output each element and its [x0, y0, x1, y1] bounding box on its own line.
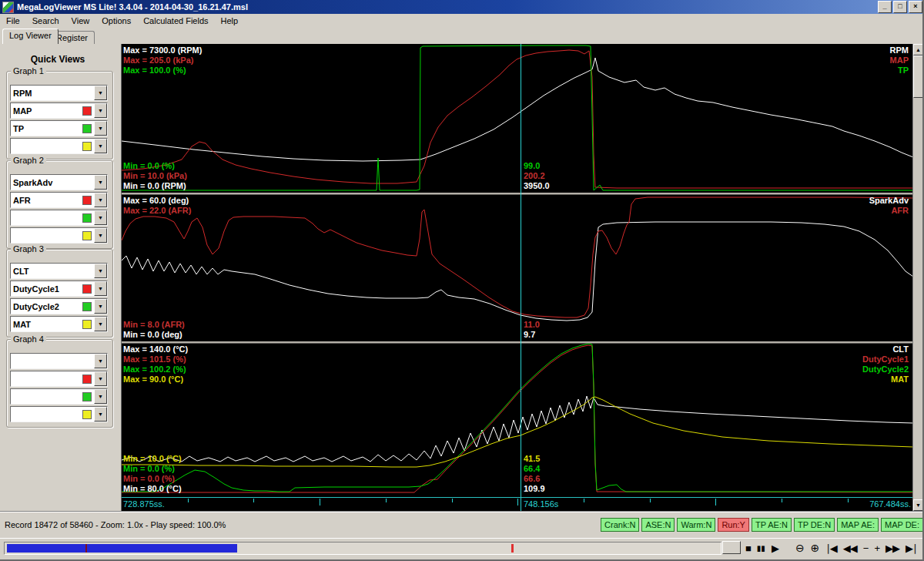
combo-dropdown-button[interactable]: ▼: [94, 121, 107, 136]
rewind-button[interactable]: ◀◀: [843, 543, 857, 554]
combo-dropdown-button[interactable]: ▼: [94, 354, 107, 368]
graph1-min-labels-line: Min = 10.0 (kPa): [123, 171, 187, 181]
series-AFR: [122, 197, 913, 317]
combo-dropdown-button[interactable]: ▼: [94, 139, 107, 153]
record-status-text: Record 18472 of 58460 - Zoom: 1.0x - Pla…: [5, 520, 226, 529]
indicator-tp-ae-n: TP AE:N: [752, 518, 792, 532]
skip-end-button[interactable]: ▶∣: [906, 543, 917, 554]
stop-button[interactable]: ■: [745, 543, 751, 554]
graph2-cursor-values-line: 11.0: [524, 320, 540, 330]
combo-dropdown-button[interactable]: ▼: [94, 407, 107, 422]
tab-log-viewer[interactable]: Log Viewer: [2, 29, 59, 44]
menu-item-view[interactable]: View: [65, 15, 96, 27]
window-controls: _□×: [878, 1, 924, 13]
graph2-min-labels-line: Min = 0.0 (deg): [123, 330, 185, 340]
combo-dropdown-button[interactable]: ▼: [94, 264, 107, 278]
combo-dropdown-button[interactable]: ▼: [94, 389, 107, 404]
quickview-combo[interactable]: ▼: [10, 388, 108, 405]
quickview-combo[interactable]: RPM▼: [10, 85, 108, 101]
skip-start-button[interactable]: ∣◀: [825, 543, 837, 554]
menu-item-file[interactable]: File: [0, 15, 26, 27]
quickview-combo[interactable]: TP▼: [10, 120, 108, 136]
graph3-max-labels: Max = 140.0 (°C)Max = 101.5 (%)Max = 100…: [123, 344, 188, 385]
step-plus-button[interactable]: +: [874, 543, 879, 554]
app-icon: [2, 2, 14, 13]
color-swatch: [82, 375, 92, 384]
quickview-combo[interactable]: SparkAdv▼: [10, 174, 108, 190]
time-cursor-axis: [521, 498, 521, 512]
group-label: Graph 4: [11, 334, 46, 344]
forward-button[interactable]: ▶▶: [886, 543, 899, 554]
quickview-combo[interactable]: AFR▼: [10, 192, 108, 208]
zoom-in-button[interactable]: ⊕: [811, 542, 820, 554]
graph2-legend: SparkAdvAFR: [869, 196, 909, 216]
combo-value: MAP: [11, 106, 82, 116]
quickview-combo[interactable]: ▼: [10, 138, 108, 154]
color-swatch: [82, 213, 92, 223]
graph3-legend-line: DutyCycle2: [862, 364, 909, 375]
menu-item-help[interactable]: Help: [215, 15, 245, 27]
combo-dropdown-button[interactable]: ▼: [94, 281, 107, 296]
graph1-legend-line: TP: [890, 66, 909, 76]
menu-item-search[interactable]: Search: [26, 15, 65, 27]
time-tick: [584, 499, 584, 502]
group-label: Graph 3: [11, 244, 46, 254]
zoom-out-button[interactable]: ⊖: [795, 542, 805, 554]
quickview-combo[interactable]: MAP▼: [10, 102, 108, 119]
combo-dropdown-button[interactable]: ▼: [94, 299, 107, 314]
color-swatch: [82, 106, 92, 116]
series-SparkAdv: [122, 222, 913, 321]
quickview-combo[interactable]: ▼: [10, 371, 108, 387]
title-bar[interactable]: MegaLogViewer MS Lite! 3.4.04 - 2014-04-…: [0, 0, 924, 14]
combo-dropdown-button[interactable]: ▼: [94, 371, 107, 386]
seek-track[interactable]: [4, 542, 721, 555]
minimize-button[interactable]: _: [878, 1, 892, 13]
quickview-combo[interactable]: ▼: [10, 227, 108, 244]
combo-dropdown-button[interactable]: ▼: [94, 317, 107, 331]
pause-button[interactable]: ▮▮: [757, 544, 765, 553]
graph2-min-labels-line: Min = 8.0 (AFR): [123, 320, 185, 330]
seek-position-marker: [85, 544, 87, 553]
playback-bar: ■▮▮▶⊖⊕∣◀◀◀−+▶▶▶∣: [0, 538, 924, 561]
combo-value: SparkAdv: [11, 178, 94, 187]
time-tick: [320, 499, 320, 506]
group-graph-4: Graph 4▼▼▼▼: [6, 339, 113, 428]
indicator-map-ae-: MAP AE:: [837, 518, 879, 532]
close-button[interactable]: ×: [909, 1, 922, 13]
combo-dropdown-button[interactable]: ▼: [94, 193, 107, 207]
seek-handle[interactable]: [722, 541, 741, 554]
play-button[interactable]: ▶: [772, 543, 778, 554]
quickview-combo[interactable]: DutyCycle2▼: [10, 298, 108, 314]
tab-bar: Log ViewerRegister: [0, 28, 924, 44]
graph3-cursor-values-line: 109.9: [524, 484, 545, 494]
combo-dropdown-button[interactable]: ▼: [94, 228, 107, 243]
combo-dropdown-button[interactable]: ▼: [94, 210, 107, 225]
graph-canvas[interactable]: 728.875ss. 748.156s 767.484ss. Max = 730…: [121, 44, 913, 511]
quickview-combo[interactable]: MAT▼: [10, 316, 108, 332]
indicator-map-de-: MAP DE:: [881, 518, 923, 532]
quickview-combo[interactable]: CLT▼: [10, 263, 108, 279]
maximize-button[interactable]: □: [893, 1, 907, 13]
quickview-combo[interactable]: ▼: [10, 406, 108, 422]
group-graph-2: Graph 2SparkAdv▼AFR▼▼▼: [6, 160, 113, 249]
combo-dropdown-button[interactable]: ▼: [94, 103, 107, 118]
combo-dropdown-button[interactable]: ▼: [94, 175, 107, 190]
time-tick: [386, 499, 387, 502]
status-bar: Record 18472 of 58460 - Zoom: 1.0x - Pla…: [0, 511, 924, 538]
step-minus-button[interactable]: −: [863, 543, 869, 554]
color-swatch: [82, 284, 92, 294]
time-axis-end-label: 767.484ss.: [869, 499, 911, 509]
time-tick: [188, 499, 189, 502]
quick-views-title: Quick Views: [0, 54, 116, 65]
quickview-combo[interactable]: ▼: [10, 353, 108, 369]
time-axis-cursor-label: 748.156s: [524, 499, 558, 509]
menu-item-options[interactable]: Options: [95, 15, 137, 27]
menu-item-calculated-fields[interactable]: Calculated Fields: [137, 15, 214, 27]
color-swatch: [82, 124, 92, 133]
quickview-combo[interactable]: DutyCycle1▼: [10, 280, 108, 297]
combo-dropdown-button[interactable]: ▼: [94, 86, 107, 100]
time-tick: [782, 499, 782, 502]
quickview-combo[interactable]: ▼: [10, 210, 108, 226]
time-tick: [452, 499, 453, 502]
time-tick: [650, 499, 651, 502]
